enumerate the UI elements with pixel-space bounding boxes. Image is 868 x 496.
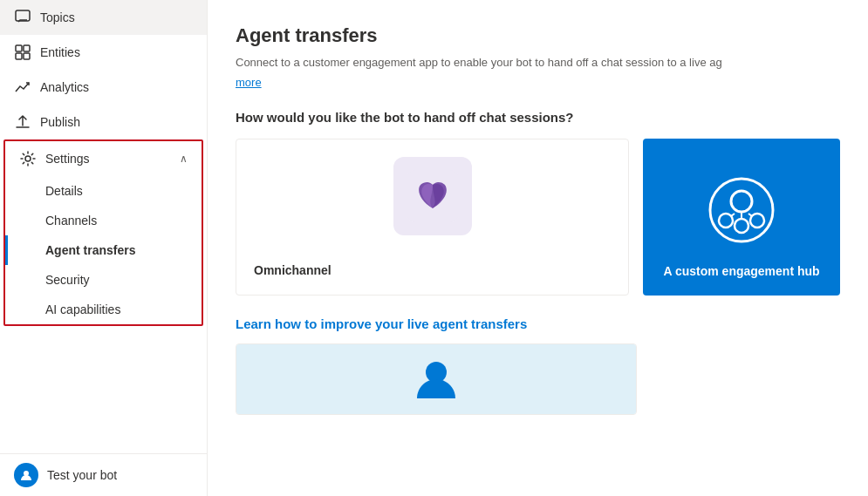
sidebar-item-analytics-label: Analytics <box>40 80 89 94</box>
svg-line-14 <box>748 214 752 216</box>
svg-point-9 <box>731 191 752 212</box>
bot-icon <box>14 463 38 487</box>
sidebar-item-entities[interactable]: Entities <box>0 35 207 70</box>
sidebar-item-settings[interactable]: Settings ∧ <box>5 141 202 176</box>
sidebar-subitem-details-label: Details <box>45 184 83 198</box>
page-title: Agent transfers <box>236 24 840 47</box>
section1-title: How would you like the bot to hand off c… <box>236 110 840 125</box>
learn-card-image <box>236 344 636 414</box>
svg-line-13 <box>731 214 735 216</box>
sidebar-item-topics-label: Topics <box>40 10 75 24</box>
sidebar-item-settings-label: Settings <box>45 152 90 166</box>
svg-point-12 <box>735 219 748 233</box>
test-your-bot-button[interactable]: Test your bot <box>0 453 207 496</box>
cards-row: Omnichannel A custom engagement hub <box>236 139 840 296</box>
settings-section: Settings ∧ Details Channels Agent transf… <box>3 139 203 326</box>
custom-engagement-card[interactable]: A custom engagement hub <box>643 139 840 296</box>
chat-icon <box>14 9 31 26</box>
sidebar-item-publish-label: Publish <box>40 115 80 129</box>
custom-engagement-icon <box>707 156 776 264</box>
sidebar-item-entities-label: Entities <box>40 45 80 59</box>
more-link[interactable]: more <box>236 76 262 89</box>
svg-rect-4 <box>24 53 30 59</box>
custom-engagement-label: A custom engagement hub <box>663 264 819 278</box>
omnichannel-label: Omnichannel <box>254 263 611 277</box>
analytics-icon <box>14 78 31 96</box>
svg-point-5 <box>25 156 31 161</box>
settings-icon <box>19 150 37 167</box>
svg-rect-0 <box>16 10 30 21</box>
sidebar-item-publish[interactable]: Publish <box>0 105 207 139</box>
sidebar-subitem-channels[interactable]: Channels <box>5 206 202 235</box>
page-subtitle: Connect to a customer engagement app to … <box>236 54 840 71</box>
svg-rect-2 <box>24 45 30 51</box>
sidebar-subitem-ai-capabilities[interactable]: AI capabilities <box>5 295 202 324</box>
sidebar-subitem-agent-transfers[interactable]: Agent transfers <box>5 235 202 265</box>
sidebar-subitem-channels-label: Channels <box>45 214 97 228</box>
publish-icon <box>14 113 31 131</box>
test-your-bot-label: Test your bot <box>47 468 117 482</box>
sidebar-subitem-details[interactable]: Details <box>5 176 202 206</box>
section2-title: Learn how to improve your live agent tra… <box>236 316 840 331</box>
learn-card[interactable] <box>236 343 637 415</box>
sidebar-subitem-security[interactable]: Security <box>5 265 202 295</box>
sidebar: Topics Entities Analytics <box>0 0 208 496</box>
svg-rect-1 <box>16 45 22 51</box>
sidebar-item-analytics[interactable]: Analytics <box>0 70 207 105</box>
omnichannel-card[interactable]: Omnichannel <box>236 139 629 296</box>
sidebar-subitem-security-label: Security <box>45 273 90 287</box>
sidebar-subitem-ai-capabilities-label: AI capabilities <box>45 302 120 316</box>
omnichannel-logo <box>254 157 611 249</box>
svg-rect-3 <box>16 53 22 59</box>
main-content: Agent transfers Connect to a customer en… <box>208 0 868 496</box>
sidebar-item-topics[interactable]: Topics <box>0 0 207 35</box>
chevron-up-icon: ∧ <box>180 153 188 165</box>
grid-icon <box>14 44 31 61</box>
sidebar-subitem-agent-transfers-label: Agent transfers <box>45 243 135 257</box>
sidebar-scroll: Topics Entities Analytics <box>0 0 207 453</box>
